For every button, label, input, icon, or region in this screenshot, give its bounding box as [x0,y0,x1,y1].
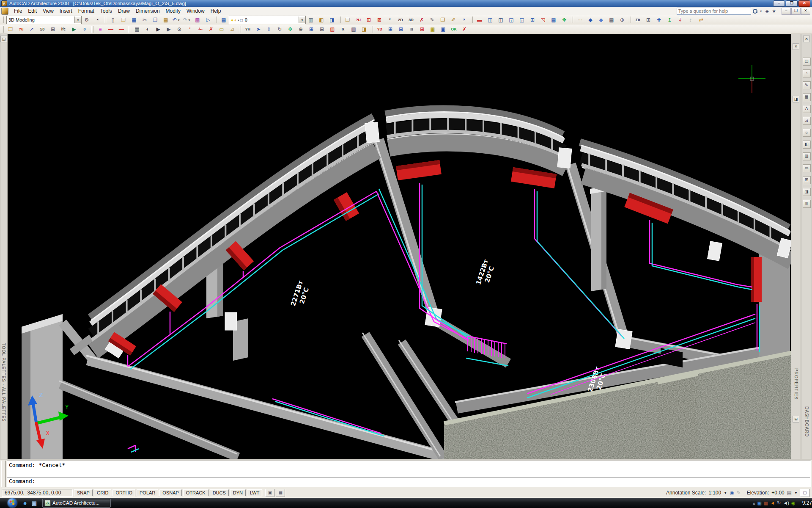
units-icon[interactable]: ² [385,16,395,24]
restore-button[interactable]: ❐ [786,0,798,7]
toggle-grid[interactable]: GRID [94,489,112,496]
toggle-polar[interactable]: POLAR [137,489,158,496]
annotation-visibility-icon[interactable]: ◉ [730,490,734,496]
properties-strip-title[interactable]: PROPERTIES [794,368,798,400]
push-view-icon[interactable]: ➤ [253,25,263,33]
view-3d-icon[interactable]: 3D [406,16,416,24]
schedule-table-icon[interactable]: ⊞ [48,25,58,33]
menu-dimension[interactable]: Dimension [133,7,163,15]
properties-toggle-icon[interactable]: ?u [16,25,26,33]
save-icon[interactable]: ▦ [129,16,139,24]
navigation-icon[interactable]: ↗ [27,25,37,33]
red-line-2-icon[interactable]: — [116,25,126,33]
help-search-input[interactable] [677,8,751,15]
window-tool-icon[interactable]: ◲ [517,16,527,24]
style-manager-icon[interactable]: ❒ [343,16,353,24]
toolbar-grip[interactable] [571,17,573,23]
table-panel-icon[interactable]: ▦ [803,93,811,101]
menu-edit[interactable]: Edit [25,7,40,15]
aec-modify-remove-icon[interactable]: ⊠ [374,16,384,24]
display-config-1-icon[interactable]: ⊞ [385,25,395,33]
shade-mode-icon[interactable]: ◐ [143,25,153,33]
layers-panel-icon[interactable]: ▤ [803,58,811,66]
roof-tool-icon[interactable]: ◹ [538,16,548,24]
annotation-auto-icon[interactable]: ✎ [737,490,741,496]
tool-palettes-strip-title[interactable]: TOOL PALETTES - ALL PALETTES [1,343,6,422]
move-tool-icon[interactable]: ✥ [559,16,569,24]
pan-icon[interactable]: ✥ [285,25,295,33]
model-space-icon[interactable]: ▣ [265,489,274,497]
center-snap-icon[interactable]: ⊙ [174,25,184,33]
zoom-object-icon[interactable]: ⊕ [617,16,627,24]
layer-zero-icon[interactable]: 0 [80,25,90,33]
render-panel-icon[interactable]: ▨ [803,152,811,160]
taskbar-task-button[interactable]: A AutoCAD Architectu... [42,499,111,508]
sheet-list-icon[interactable]: ⊞ [317,25,327,33]
text-panel-icon[interactable]: A [803,105,811,113]
door-tool-icon[interactable]: ◱ [506,16,516,24]
toggle-dyn[interactable]: DYN [230,489,246,496]
volume-icon[interactable]: ◄) [783,500,789,505]
dashboard-strip[interactable]: ✕ ▤◔✎▦A⊿☼◧▨▭⊞◨▥ DASHBOARD [801,34,812,459]
shade-panel-icon[interactable]: ◔ [803,69,811,77]
toolbar-grip[interactable] [2,26,4,33]
properties-panel-icon[interactable]: ◨ [793,96,799,102]
snap-cross-icon[interactable]: ✚ [654,16,664,24]
table-tool-icon[interactable]: ⊞ [643,16,653,24]
workspace-settings-icon[interactable]: ⚙ [82,16,92,24]
elevation-value[interactable]: +0.00 [771,490,784,496]
sync-tool-icon[interactable]: ⇄ [696,16,706,24]
taskbar-clock[interactable]: 9:27 [802,500,812,506]
qnew-icon[interactable]: ▯ [108,16,118,24]
palette-autohide-icon[interactable]: ◲ [0,36,7,42]
mdi-close-button[interactable]: ✕ [801,8,810,15]
menu-view[interactable]: View [40,7,57,15]
wall-tool-icon[interactable]: ▬ [475,16,485,24]
toolbar-grip[interactable] [91,26,93,33]
mdi-minimize-button[interactable]: – [782,8,791,15]
sketch-icon[interactable]: ✎ [427,16,437,24]
layer-previous-icon[interactable]: ◧ [316,16,326,24]
tool-palettes-strip[interactable]: ◲ TOOL PALETTES - ALL PALETTES [0,34,8,459]
rect-tool-icon[interactable]: ▭ [217,25,227,33]
measure-tool-icon[interactable]: ⋯ [575,16,585,24]
layers-stack-icon[interactable]: ▤ [787,490,792,496]
workspace-save-icon[interactable]: ◔ [92,16,102,24]
command-history[interactable]: Command: *Cancel* [7,461,810,477]
detail-marker-icon[interactable]: ✐ [448,16,458,24]
app-icon[interactable]: A [1,0,7,6]
layer-states-icon[interactable]: ◨ [327,16,337,24]
camera-panel-icon[interactable]: ▥ [803,200,811,208]
redo-icon[interactable]: ↷▼ [182,16,192,24]
red-line-1-icon[interactable]: — [106,25,116,33]
tool-palettes-toggle-icon[interactable]: ❒ [5,25,16,33]
menu-format[interactable]: Format [75,7,97,15]
help-h-icon[interactable]: ?H [243,25,253,33]
pyramid-3d-icon[interactable]: ◆ [596,16,606,24]
render-preset-icon[interactable]: ◨ [359,25,369,33]
layer-combo-arrow-icon[interactable]: ▼ [299,17,305,23]
toolbar-grip[interactable] [471,17,473,23]
favorites-star-icon[interactable]: ★ [771,8,777,14]
annotation-up-icon[interactable]: ↥ [664,16,675,24]
scale-tool-icon[interactable]: ↕ [686,16,696,24]
view-2d-icon[interactable]: 2D [395,16,406,24]
layer-properties-icon[interactable]: ▤ [219,16,229,24]
content-browser-icon[interactable]: ❐ [438,16,448,24]
play-fly-icon[interactable]: ▶ [164,25,174,33]
delete-red-icon[interactable]: ✗ [206,25,216,33]
match-properties-icon[interactable]: ?U [353,16,363,24]
view-panel-icon[interactable]: ▭ [803,164,811,172]
assembly-tool-icon[interactable]: ⊞ [527,16,538,24]
status-menu-arrow-icon[interactable]: ▼ [794,491,798,495]
start-button[interactable] [8,498,17,508]
cancel-red-icon[interactable]: ✗ [459,25,469,33]
display-config-2-icon[interactable]: ⊞ [396,25,406,33]
display-blue-icon[interactable]: ▣ [438,25,448,33]
clean-screen-icon[interactable]: ▢ [800,489,809,497]
annotate-panel-icon[interactable]: ✎ [803,81,811,89]
paste-icon[interactable]: ▤ [161,16,171,24]
annotation-down-icon[interactable]: ↧ [675,16,685,24]
region-icon[interactable]: R [338,25,348,33]
dwg-icon[interactable] [1,8,8,15]
